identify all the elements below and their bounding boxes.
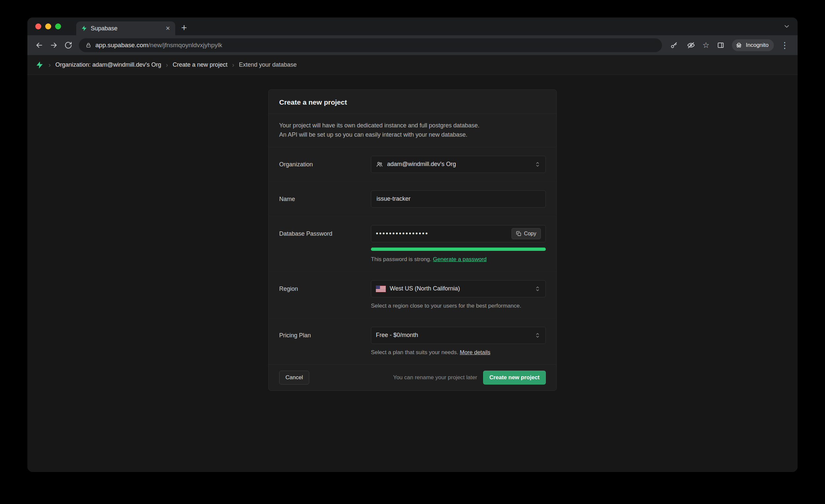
tab-strip: Supabase × + (27, 17, 798, 35)
create-project-button[interactable]: Create new project (483, 371, 546, 384)
name-row: Name (269, 182, 556, 216)
password-field: Copy (371, 225, 546, 242)
organization-row: Organization adam@windmill.dev's Org (269, 147, 556, 182)
organization-label: Organization (279, 156, 371, 173)
tab-title: Supabase (91, 25, 162, 32)
lock-icon[interactable] (85, 42, 91, 48)
cancel-button[interactable]: Cancel (279, 371, 309, 384)
supabase-app: › Organization: adam@windmill.dev's Org … (27, 55, 798, 472)
breadcrumb-organization[interactable]: Organization: adam@windmill.dev's Org (56, 61, 161, 68)
pricing-plan-select[interactable]: Free - $0/month (371, 327, 546, 344)
copy-password-button[interactable]: Copy (512, 228, 541, 239)
breadcrumb-extend-database[interactable]: Extend your database (239, 61, 297, 68)
visibility-off-icon[interactable] (685, 39, 697, 51)
us-flag-icon (376, 286, 386, 292)
incognito-label: Incognito (746, 42, 768, 49)
app-content: Create a new project Your project will h… (27, 75, 798, 472)
copy-icon (516, 231, 521, 236)
url-host: app.supabase.com (95, 42, 149, 49)
pricing-value: Free - $0/month (376, 332, 418, 339)
card-footer: Cancel You can rename your project later… (269, 364, 556, 390)
new-tab-button[interactable]: + (181, 23, 187, 33)
tab-search-chevron-icon[interactable] (783, 23, 791, 30)
browser-window: Supabase × + app.supabase.com/new/jfnsmq… (27, 17, 798, 472)
window-controls (35, 23, 61, 29)
incognito-badge: Incognito (732, 39, 774, 51)
region-row: Region West US (North California) Select… (269, 271, 556, 318)
forward-button[interactable] (48, 39, 60, 51)
close-window-button[interactable] (35, 23, 41, 29)
more-details-link[interactable]: More details (460, 349, 491, 355)
url-text: app.supabase.com/new/jfnsmqoynldvxjyhpyl… (95, 42, 222, 49)
breadcrumb-separator-icon: › (166, 61, 168, 69)
password-key-icon[interactable] (668, 39, 680, 51)
url-path: /new/jfnsmqoynldvxjyhpylk (149, 42, 222, 49)
breadcrumb-separator-icon: › (232, 61, 234, 69)
project-name-input[interactable] (371, 191, 546, 208)
breadcrumb-separator-icon: › (49, 61, 51, 69)
pricing-helper: Select a plan that suits your needs. Mor… (371, 349, 546, 356)
region-value: West US (North California) (390, 285, 460, 292)
incognito-icon (735, 42, 743, 49)
password-row: Database Password Copy (269, 216, 556, 271)
pricing-helper-text: Select a plan that suits your needs. (371, 349, 458, 355)
close-tab-icon[interactable]: × (165, 25, 171, 32)
password-label: Database Password (279, 225, 371, 263)
region-helper: Select a region close to your users for … (371, 303, 546, 309)
password-helper: This password is strong. Generate a pass… (371, 256, 546, 263)
create-project-card: Create a new project Your project will h… (268, 89, 557, 391)
generate-password-link[interactable]: Generate a password (433, 256, 487, 263)
name-label: Name (279, 191, 371, 208)
pricing-row: Pricing Plan Free - $0/month Select a pl… (269, 318, 556, 364)
description-line-2: An API will be set up so you can easily … (279, 130, 546, 140)
breadcrumb-create-project[interactable]: Create a new project (172, 61, 227, 68)
browser-tab[interactable]: Supabase × (76, 21, 175, 35)
back-button[interactable] (33, 39, 45, 51)
description-line-1: Your project will have its own dedicated… (279, 121, 546, 130)
password-strength-text: This password is strong. (371, 256, 431, 263)
reload-button[interactable] (62, 39, 74, 51)
supabase-favicon-icon (81, 25, 87, 32)
minimize-window-button[interactable] (45, 23, 51, 29)
card-header: Create a new project (269, 90, 556, 114)
bookmark-star-icon[interactable]: ☆ (702, 41, 709, 49)
toolbar-actions: ☆ Incognito ⋮ (668, 39, 792, 51)
side-panel-icon[interactable] (715, 39, 727, 51)
region-label: Region (279, 280, 371, 309)
organization-value: adam@windmill.dev's Org (387, 161, 456, 168)
browser-toolbar: app.supabase.com/new/jfnsmqoynldvxjyhpyl… (27, 35, 798, 55)
users-icon (376, 161, 383, 168)
browser-menu-button[interactable]: ⋮ (779, 41, 791, 50)
select-chevrons-icon (534, 332, 541, 339)
page-title: Create a new project (279, 98, 546, 106)
card-description: Your project will have its own dedicated… (269, 114, 556, 147)
rename-note: You can rename your project later (393, 374, 477, 381)
supabase-logo-icon[interactable] (35, 61, 44, 69)
organization-select[interactable]: adam@windmill.dev's Org (371, 156, 546, 173)
pricing-label: Pricing Plan (279, 327, 371, 356)
app-header: › Organization: adam@windmill.dev's Org … (27, 55, 798, 75)
address-bar[interactable]: app.supabase.com/new/jfnsmqoynldvxjyhpyl… (79, 38, 662, 52)
zoom-window-button[interactable] (55, 23, 61, 29)
region-select[interactable]: West US (North California) (371, 280, 546, 297)
select-chevrons-icon (534, 286, 541, 292)
select-chevrons-icon (534, 161, 541, 168)
copy-label: Copy (524, 231, 536, 237)
database-password-input[interactable] (376, 230, 508, 237)
password-strength-bar (371, 247, 546, 251)
